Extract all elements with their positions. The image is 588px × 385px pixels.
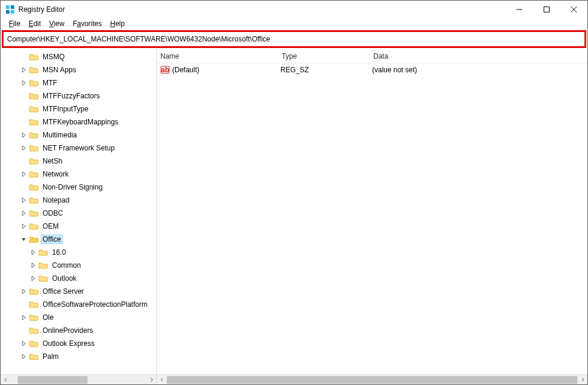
scroll-left-icon[interactable] — [1, 375, 11, 385]
menu-view[interactable]: View — [46, 19, 68, 28]
tree-item[interactable]: OnlineProviders — [1, 324, 156, 337]
titlebar: Registry Editor — [1, 1, 587, 18]
chevron-right-icon[interactable] — [29, 261, 37, 270]
tree-item[interactable]: Network — [1, 168, 156, 181]
menu-favorites[interactable]: Favorites — [69, 19, 105, 28]
tree-item[interactable]: 16.0 — [1, 246, 156, 259]
tree-item[interactable]: Non-Driver Signing — [1, 181, 156, 194]
chevron-right-icon[interactable] — [20, 352, 28, 361]
tree-item[interactable]: Ole — [1, 311, 156, 324]
app-icon — [5, 5, 15, 14]
folder-icon — [29, 118, 38, 126]
tree-hscroll-track[interactable] — [11, 375, 146, 385]
folder-icon — [29, 209, 38, 217]
scroll-right-icon[interactable] — [146, 375, 156, 385]
chevron-right-icon[interactable] — [20, 66, 28, 74]
values-hscroll-track[interactable] — [167, 375, 577, 385]
value-data: (value not set) — [372, 66, 587, 74]
folder-icon — [29, 287, 38, 296]
tree-item[interactable]: NetSh — [1, 155, 156, 168]
tree-item[interactable]: Common — [1, 259, 156, 272]
values-list[interactable]: Name Type Data ab(Default)REG_SZ(value n… — [157, 49, 587, 374]
scroll-right-icon[interactable] — [577, 375, 587, 385]
chevron-right-icon[interactable] — [20, 196, 28, 204]
menu-edit[interactable]: Edit — [25, 19, 44, 28]
values-hscrollbar[interactable] — [157, 374, 587, 384]
tree-item-label: NetSh — [41, 156, 64, 166]
tree-item[interactable]: Notepad — [1, 194, 156, 207]
tree-item-label: Multimedia — [41, 130, 79, 140]
tree-item[interactable]: Outlook Express — [1, 337, 156, 350]
folder-icon — [29, 157, 38, 165]
tree-item[interactable]: Office — [1, 233, 156, 246]
values-hscroll-thumb[interactable] — [167, 376, 577, 384]
addressbar-highlight — [2, 30, 586, 48]
tree-hscrollbar[interactable] — [1, 374, 156, 384]
column-type[interactable]: Type — [278, 52, 370, 60]
menu-help[interactable]: Help — [106, 19, 128, 28]
string-value-icon: ab — [160, 65, 170, 75]
tree-item[interactable]: ODBC — [1, 207, 156, 220]
chevron-right-icon[interactable] — [20, 222, 28, 230]
minimize-button[interactable] — [506, 1, 533, 18]
column-data[interactable]: Data — [370, 52, 587, 60]
tree-hscroll-thumb[interactable] — [18, 376, 88, 384]
chevron-right-icon[interactable] — [20, 313, 28, 322]
value-name: (Default) — [172, 66, 280, 74]
tree-item-label: OfficeSoftwareProtectionPlatform — [41, 300, 149, 309]
maximize-button[interactable] — [533, 1, 560, 18]
address-input[interactable] — [5, 33, 583, 45]
tree-item[interactable]: NET Framework Setup — [1, 142, 156, 155]
svg-text:ab: ab — [161, 66, 169, 74]
folder-icon — [29, 300, 38, 309]
chevron-right-icon[interactable] — [20, 144, 28, 152]
folder-icon — [29, 222, 38, 230]
folder-icon — [29, 144, 38, 152]
tree-item-label: Non-Driver Signing — [41, 182, 104, 192]
tree-item-label: Notepad — [41, 195, 71, 205]
value-type: REG_SZ — [280, 66, 372, 74]
tree-item[interactable]: MTF — [1, 76, 156, 89]
tree-item[interactable]: Palm — [1, 350, 156, 363]
column-name[interactable]: Name — [157, 52, 278, 60]
folder-icon — [29, 131, 38, 139]
values-panel: Name Type Data ab(Default)REG_SZ(value n… — [157, 49, 587, 384]
tree-item[interactable]: Multimedia — [1, 129, 156, 142]
chevron-right-icon[interactable] — [29, 248, 37, 256]
tree-item-label: Ole — [41, 313, 56, 322]
svg-rect-2 — [6, 10, 9, 14]
chevron-down-icon[interactable] — [20, 235, 28, 243]
tree-item-label: Outlook — [50, 274, 78, 283]
tree-item[interactable]: MTFKeyboardMappings — [1, 116, 156, 129]
body: MSMQMSN AppsMTFMTFFuzzyFactorsMTFInputTy… — [1, 49, 587, 384]
tree-item[interactable]: MSN Apps — [1, 63, 156, 76]
chevron-right-icon[interactable] — [20, 339, 28, 348]
list-header: Name Type Data — [157, 49, 587, 63]
chevron-right-icon[interactable] — [20, 131, 28, 139]
chevron-right-icon[interactable] — [29, 274, 37, 283]
tree-item[interactable]: MTFInputType — [1, 102, 156, 116]
svg-rect-3 — [11, 10, 14, 14]
folder-icon — [29, 235, 38, 243]
tree-item[interactable]: OfficeSoftwareProtectionPlatform — [1, 298, 156, 311]
chevron-right-icon[interactable] — [20, 79, 28, 87]
chevron-right-icon[interactable] — [20, 170, 28, 178]
list-item[interactable]: ab(Default)REG_SZ(value not set) — [157, 63, 587, 76]
chevron-right-icon[interactable] — [20, 209, 28, 217]
tree-item-label: Palm — [41, 352, 60, 361]
chevron-right-icon[interactable] — [20, 287, 28, 296]
menu-file[interactable]: File — [5, 19, 24, 28]
scroll-left-icon[interactable] — [157, 375, 167, 385]
tree-item[interactable]: Outlook — [1, 272, 156, 285]
svg-rect-5 — [544, 7, 550, 12]
tree-item[interactable]: MSMQ — [1, 50, 156, 63]
tree-item[interactable]: OEM — [1, 220, 156, 233]
tree-item-label: MTFKeyboardMappings — [41, 117, 120, 127]
folder-icon — [29, 53, 38, 61]
tree-item[interactable]: MTFFuzzyFactors — [1, 89, 156, 102]
tree-item[interactable]: Office Server — [1, 285, 156, 298]
folder-icon — [29, 105, 38, 113]
tree-view[interactable]: MSMQMSN AppsMTFMTFFuzzyFactorsMTFInputTy… — [1, 49, 156, 374]
close-button[interactable] — [560, 1, 587, 18]
folder-icon — [38, 274, 48, 283]
